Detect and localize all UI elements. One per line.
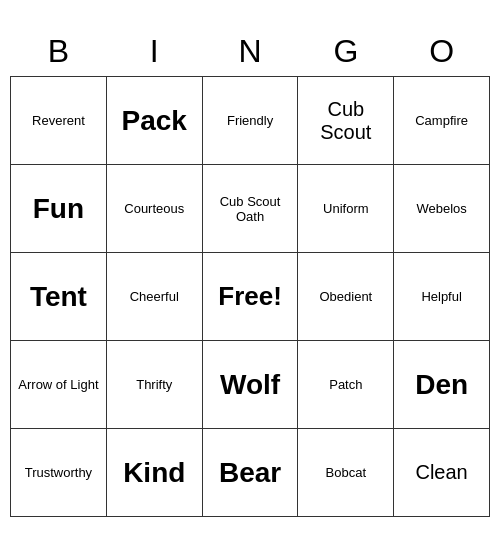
bingo-cell-0-0: Reverent bbox=[11, 77, 107, 165]
bingo-header-g: G bbox=[298, 27, 394, 77]
bingo-cell-2-4: Helpful bbox=[394, 253, 490, 341]
bingo-row-0: ReverentPackFriendlyCub ScoutCampfire bbox=[11, 77, 490, 165]
bingo-cell-1-0: Fun bbox=[11, 165, 107, 253]
bingo-cell-4-2: Bear bbox=[202, 429, 298, 517]
bingo-cell-3-2: Wolf bbox=[202, 341, 298, 429]
bingo-row-1: FunCourteousCub Scout OathUniformWebelos bbox=[11, 165, 490, 253]
bingo-cell-3-4: Den bbox=[394, 341, 490, 429]
bingo-cell-2-1: Cheerful bbox=[106, 253, 202, 341]
bingo-cell-1-1: Courteous bbox=[106, 165, 202, 253]
bingo-cell-4-4: Clean bbox=[394, 429, 490, 517]
bingo-header-o: O bbox=[394, 27, 490, 77]
bingo-header-i: I bbox=[106, 27, 202, 77]
bingo-cell-0-3: Cub Scout bbox=[298, 77, 394, 165]
bingo-cell-0-4: Campfire bbox=[394, 77, 490, 165]
bingo-cell-0-1: Pack bbox=[106, 77, 202, 165]
bingo-cell-1-4: Webelos bbox=[394, 165, 490, 253]
bingo-cell-1-3: Uniform bbox=[298, 165, 394, 253]
bingo-cell-2-0: Tent bbox=[11, 253, 107, 341]
bingo-cell-2-2: Free! bbox=[202, 253, 298, 341]
bingo-row-4: TrustworthyKindBearBobcatClean bbox=[11, 429, 490, 517]
bingo-header-b: B bbox=[11, 27, 107, 77]
bingo-header-n: N bbox=[202, 27, 298, 77]
bingo-cell-4-0: Trustworthy bbox=[11, 429, 107, 517]
bingo-row-2: TentCheerfulFree!ObedientHelpful bbox=[11, 253, 490, 341]
bingo-cell-4-1: Kind bbox=[106, 429, 202, 517]
bingo-cell-3-1: Thrifty bbox=[106, 341, 202, 429]
bingo-cell-1-2: Cub Scout Oath bbox=[202, 165, 298, 253]
bingo-row-3: Arrow of LightThriftyWolfPatchDen bbox=[11, 341, 490, 429]
bingo-cell-0-2: Friendly bbox=[202, 77, 298, 165]
bingo-cell-2-3: Obedient bbox=[298, 253, 394, 341]
bingo-cell-3-3: Patch bbox=[298, 341, 394, 429]
bingo-card: BINGO ReverentPackFriendlyCub ScoutCampf… bbox=[10, 27, 490, 518]
bingo-cell-4-3: Bobcat bbox=[298, 429, 394, 517]
bingo-cell-3-0: Arrow of Light bbox=[11, 341, 107, 429]
